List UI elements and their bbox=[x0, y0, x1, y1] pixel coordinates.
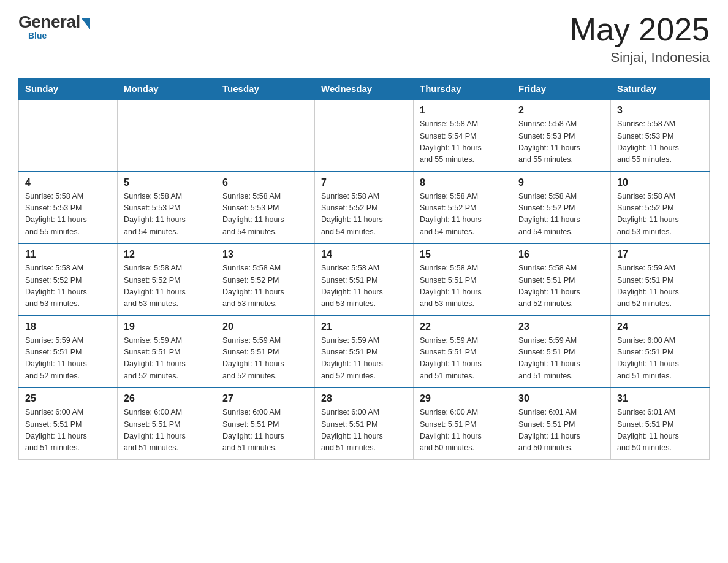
col-header-saturday: Saturday bbox=[611, 79, 710, 100]
day-info: Sunrise: 5:59 AMSunset: 5:51 PMDaylight:… bbox=[518, 335, 604, 383]
day-number: 3 bbox=[617, 105, 703, 116]
day-info: Sunrise: 5:59 AMSunset: 5:51 PMDaylight:… bbox=[124, 335, 210, 383]
calendar-week-row: 25Sunrise: 6:00 AMSunset: 5:51 PMDayligh… bbox=[19, 388, 710, 459]
day-info: Sunrise: 5:58 AMSunset: 5:51 PMDaylight:… bbox=[518, 262, 604, 310]
day-info: Sunrise: 6:00 AMSunset: 5:51 PMDaylight:… bbox=[124, 407, 210, 454]
day-number: 28 bbox=[321, 393, 407, 404]
col-header-wednesday: Wednesday bbox=[315, 79, 414, 100]
day-number: 16 bbox=[518, 249, 604, 260]
table-row: 20Sunrise: 5:59 AMSunset: 5:51 PMDayligh… bbox=[216, 316, 315, 388]
table-row: 2Sunrise: 5:58 AMSunset: 5:53 PMDaylight… bbox=[512, 99, 611, 172]
table-row: 17Sunrise: 5:59 AMSunset: 5:51 PMDayligh… bbox=[611, 243, 710, 316]
day-number: 30 bbox=[518, 393, 604, 404]
day-info: Sunrise: 6:01 AMSunset: 5:51 PMDaylight:… bbox=[518, 407, 604, 454]
calendar-week-row: 18Sunrise: 5:59 AMSunset: 5:51 PMDayligh… bbox=[19, 316, 710, 388]
table-row: 29Sunrise: 6:00 AMSunset: 5:51 PMDayligh… bbox=[414, 388, 512, 459]
table-row: 5Sunrise: 5:58 AMSunset: 5:53 PMDaylight… bbox=[118, 172, 216, 244]
day-info: Sunrise: 5:58 AMSunset: 5:52 PMDaylight:… bbox=[222, 262, 308, 310]
day-number: 12 bbox=[124, 249, 210, 260]
table-row: 25Sunrise: 6:00 AMSunset: 5:51 PMDayligh… bbox=[19, 388, 118, 459]
calendar-week-row: 1Sunrise: 5:58 AMSunset: 5:54 PMDaylight… bbox=[19, 99, 710, 172]
col-header-tuesday: Tuesday bbox=[216, 79, 315, 100]
table-row: 6Sunrise: 5:58 AMSunset: 5:53 PMDaylight… bbox=[216, 172, 315, 244]
day-info: Sunrise: 5:59 AMSunset: 5:51 PMDaylight:… bbox=[420, 335, 506, 383]
day-info: Sunrise: 5:58 AMSunset: 5:52 PMDaylight:… bbox=[420, 191, 506, 239]
day-info: Sunrise: 5:58 AMSunset: 5:52 PMDaylight:… bbox=[321, 191, 407, 239]
page-header: General Blue May 2025 Sinjai, Indonesia bbox=[18, 12, 710, 66]
day-number: 15 bbox=[420, 249, 506, 260]
day-info: Sunrise: 5:58 AMSunset: 5:52 PMDaylight:… bbox=[617, 191, 703, 239]
day-info: Sunrise: 6:00 AMSunset: 5:51 PMDaylight:… bbox=[321, 407, 407, 454]
table-row: 27Sunrise: 6:00 AMSunset: 5:51 PMDayligh… bbox=[216, 388, 315, 459]
day-number: 1 bbox=[420, 105, 506, 116]
day-info: Sunrise: 5:58 AMSunset: 5:51 PMDaylight:… bbox=[420, 262, 506, 310]
table-row: 1Sunrise: 5:58 AMSunset: 5:54 PMDaylight… bbox=[414, 99, 512, 172]
day-info: Sunrise: 5:58 AMSunset: 5:51 PMDaylight:… bbox=[321, 262, 407, 310]
table-row: 31Sunrise: 6:01 AMSunset: 5:51 PMDayligh… bbox=[611, 388, 710, 459]
table-row: 19Sunrise: 5:59 AMSunset: 5:51 PMDayligh… bbox=[118, 316, 216, 388]
day-number: 21 bbox=[321, 321, 407, 332]
calendar-week-row: 4Sunrise: 5:58 AMSunset: 5:53 PMDaylight… bbox=[19, 172, 710, 244]
day-info: Sunrise: 5:59 AMSunset: 5:51 PMDaylight:… bbox=[222, 335, 308, 383]
table-row: 4Sunrise: 5:58 AMSunset: 5:53 PMDaylight… bbox=[19, 172, 118, 244]
col-header-friday: Friday bbox=[512, 79, 611, 100]
col-header-thursday: Thursday bbox=[414, 79, 512, 100]
month-year-title: May 2025 bbox=[570, 12, 710, 47]
table-row: 14Sunrise: 5:58 AMSunset: 5:51 PMDayligh… bbox=[315, 243, 414, 316]
col-header-monday: Monday bbox=[118, 79, 216, 100]
calendar-table: Sunday Monday Tuesday Wednesday Thursday… bbox=[18, 78, 710, 460]
day-info: Sunrise: 5:58 AMSunset: 5:53 PMDaylight:… bbox=[617, 118, 703, 166]
table-row: 9Sunrise: 5:58 AMSunset: 5:52 PMDaylight… bbox=[512, 172, 611, 244]
day-number: 18 bbox=[25, 321, 111, 332]
location-subtitle: Sinjai, Indonesia bbox=[570, 50, 710, 66]
day-number: 4 bbox=[25, 177, 111, 188]
day-info: Sunrise: 6:01 AMSunset: 5:51 PMDaylight:… bbox=[617, 407, 703, 454]
col-header-sunday: Sunday bbox=[19, 79, 118, 100]
day-number: 22 bbox=[420, 321, 506, 332]
logo: General Blue bbox=[18, 12, 90, 40]
day-number: 27 bbox=[222, 393, 308, 404]
day-number: 26 bbox=[124, 393, 210, 404]
table-row: 23Sunrise: 5:59 AMSunset: 5:51 PMDayligh… bbox=[512, 316, 611, 388]
table-row: 16Sunrise: 5:58 AMSunset: 5:51 PMDayligh… bbox=[512, 243, 611, 316]
table-row: 26Sunrise: 6:00 AMSunset: 5:51 PMDayligh… bbox=[118, 388, 216, 459]
day-number: 5 bbox=[124, 177, 210, 188]
table-row bbox=[216, 99, 315, 172]
day-number: 11 bbox=[25, 249, 111, 260]
day-number: 17 bbox=[617, 249, 703, 260]
day-info: Sunrise: 5:59 AMSunset: 5:51 PMDaylight:… bbox=[321, 335, 407, 383]
day-number: 8 bbox=[420, 177, 506, 188]
logo-arrow-icon bbox=[82, 18, 90, 29]
table-row: 8Sunrise: 5:58 AMSunset: 5:52 PMDaylight… bbox=[414, 172, 512, 244]
calendar-header-row: Sunday Monday Tuesday Wednesday Thursday… bbox=[19, 79, 710, 100]
day-number: 19 bbox=[124, 321, 210, 332]
day-number: 14 bbox=[321, 249, 407, 260]
table-row: 10Sunrise: 5:58 AMSunset: 5:52 PMDayligh… bbox=[611, 172, 710, 244]
day-info: Sunrise: 5:58 AMSunset: 5:54 PMDaylight:… bbox=[420, 118, 506, 166]
day-number: 24 bbox=[617, 321, 703, 332]
day-info: Sunrise: 6:00 AMSunset: 5:51 PMDaylight:… bbox=[617, 335, 703, 383]
day-number: 20 bbox=[222, 321, 308, 332]
day-number: 7 bbox=[321, 177, 407, 188]
table-row: 21Sunrise: 5:59 AMSunset: 5:51 PMDayligh… bbox=[315, 316, 414, 388]
day-info: Sunrise: 5:59 AMSunset: 5:51 PMDaylight:… bbox=[25, 335, 111, 383]
day-info: Sunrise: 6:00 AMSunset: 5:51 PMDaylight:… bbox=[420, 407, 506, 454]
table-row: 18Sunrise: 5:59 AMSunset: 5:51 PMDayligh… bbox=[19, 316, 118, 388]
day-number: 31 bbox=[617, 393, 703, 404]
day-info: Sunrise: 5:58 AMSunset: 5:53 PMDaylight:… bbox=[25, 191, 111, 239]
calendar-week-row: 11Sunrise: 5:58 AMSunset: 5:52 PMDayligh… bbox=[19, 243, 710, 316]
table-row: 24Sunrise: 6:00 AMSunset: 5:51 PMDayligh… bbox=[611, 316, 710, 388]
table-row bbox=[315, 99, 414, 172]
table-row: 13Sunrise: 5:58 AMSunset: 5:52 PMDayligh… bbox=[216, 243, 315, 316]
table-row: 12Sunrise: 5:58 AMSunset: 5:52 PMDayligh… bbox=[118, 243, 216, 316]
day-number: 25 bbox=[25, 393, 111, 404]
day-number: 6 bbox=[222, 177, 308, 188]
table-row: 3Sunrise: 5:58 AMSunset: 5:53 PMDaylight… bbox=[611, 99, 710, 172]
day-info: Sunrise: 5:58 AMSunset: 5:52 PMDaylight:… bbox=[124, 262, 210, 310]
day-info: Sunrise: 5:58 AMSunset: 5:53 PMDaylight:… bbox=[518, 118, 604, 166]
day-number: 10 bbox=[617, 177, 703, 188]
table-row: 15Sunrise: 5:58 AMSunset: 5:51 PMDayligh… bbox=[414, 243, 512, 316]
day-info: Sunrise: 5:58 AMSunset: 5:52 PMDaylight:… bbox=[518, 191, 604, 239]
day-info: Sunrise: 6:00 AMSunset: 5:51 PMDaylight:… bbox=[25, 407, 111, 454]
logo-blue-text: Blue bbox=[28, 31, 47, 40]
